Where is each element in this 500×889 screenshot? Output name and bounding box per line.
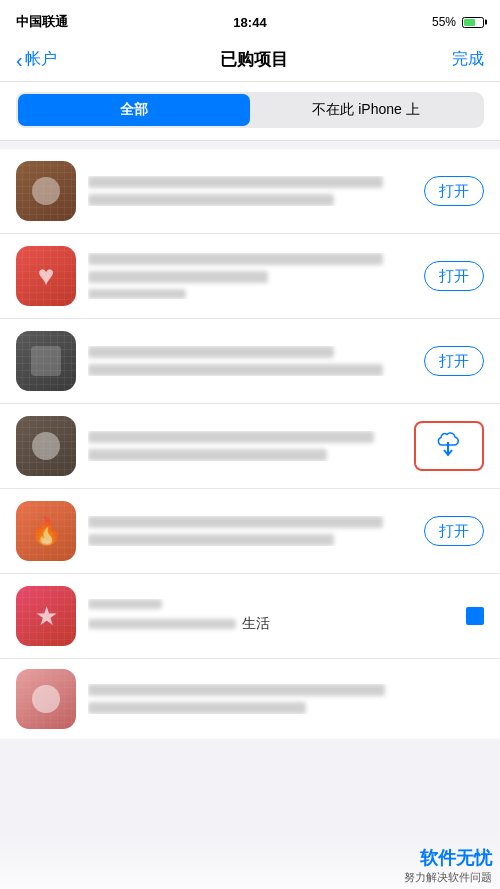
app-desc-blur bbox=[88, 449, 327, 461]
status-bar: 中国联通 18:44 55% bbox=[0, 0, 500, 40]
page-title: 已购项目 bbox=[220, 48, 288, 71]
battery-status: 55% bbox=[432, 15, 484, 29]
app-info-4 bbox=[88, 431, 406, 461]
app-name-blur bbox=[88, 176, 383, 188]
app-name-blur bbox=[88, 431, 374, 443]
app-desc-blur bbox=[88, 619, 236, 629]
time-label: 18:44 bbox=[233, 15, 266, 30]
app-extra-text: 生活 bbox=[242, 615, 270, 633]
app-icon-7 bbox=[16, 669, 76, 729]
app-name-blur bbox=[88, 516, 383, 528]
app-name-blur bbox=[88, 346, 334, 358]
app-name-blur bbox=[88, 253, 383, 265]
segment-not-on-device[interactable]: 不在此 iPhone 上 bbox=[250, 94, 482, 126]
app-icon-6: ★ bbox=[16, 586, 76, 646]
list-item: 打开 bbox=[0, 319, 500, 404]
segment-wrapper: 全部 不在此 iPhone 上 bbox=[0, 82, 500, 141]
list-item: ★ 生活 bbox=[0, 574, 500, 659]
app-info-1 bbox=[88, 176, 416, 206]
app-desc-blur bbox=[88, 364, 383, 376]
app-info-5 bbox=[88, 516, 416, 546]
list-item: 打开 bbox=[0, 149, 500, 234]
watermark: 软件无忧 努力解决软件问题 bbox=[0, 829, 500, 889]
list-item: ♥ 打开 bbox=[0, 234, 500, 319]
segment-control: 全部 不在此 iPhone 上 bbox=[16, 92, 484, 128]
list-item bbox=[0, 659, 500, 739]
app-list: 打开 ♥ 打开 打开 bbox=[0, 149, 500, 739]
app-icon-3 bbox=[16, 331, 76, 391]
carrier-label: 中国联通 bbox=[16, 13, 68, 31]
battery-icon bbox=[462, 17, 484, 28]
app-extra-blur bbox=[88, 289, 186, 299]
open-button-5[interactable]: 打开 bbox=[424, 516, 484, 546]
battery-percent-label: 55% bbox=[432, 15, 456, 29]
app-icon-1 bbox=[16, 161, 76, 221]
watermark-subtitle: 努力解决软件问题 bbox=[404, 870, 492, 885]
cloud-download-icon bbox=[434, 432, 464, 460]
app-name-blur bbox=[88, 684, 385, 696]
back-button[interactable]: ‹ 帐户 bbox=[16, 49, 57, 70]
app-desc-blur bbox=[88, 271, 268, 283]
app-desc-blur bbox=[88, 194, 334, 206]
list-item bbox=[0, 404, 500, 489]
open-button-3[interactable]: 打开 bbox=[424, 346, 484, 376]
app-info-3 bbox=[88, 346, 416, 376]
nav-bar: ‹ 帐户 已购项目 完成 bbox=[0, 40, 500, 82]
app-icon-5: 🔥 bbox=[16, 501, 76, 561]
app-desc-blur bbox=[88, 534, 334, 546]
status-square-indicator bbox=[466, 607, 484, 625]
app-icon-4 bbox=[16, 416, 76, 476]
back-label: 帐户 bbox=[25, 49, 57, 70]
app-info-7 bbox=[88, 684, 484, 714]
watermark-title: 软件无忧 bbox=[420, 846, 492, 870]
segment-all[interactable]: 全部 bbox=[18, 94, 250, 126]
open-button-2[interactable]: 打开 bbox=[424, 261, 484, 291]
app-icon-2: ♥ bbox=[16, 246, 76, 306]
download-button[interactable] bbox=[414, 421, 484, 471]
chevron-left-icon: ‹ bbox=[16, 50, 23, 70]
app-info-6: 生活 bbox=[88, 599, 458, 633]
app-name-blur bbox=[88, 599, 162, 609]
done-button[interactable]: 完成 bbox=[452, 49, 484, 70]
list-item: 🔥 打开 bbox=[0, 489, 500, 574]
app-desc-blur bbox=[88, 702, 306, 714]
open-button-1[interactable]: 打开 bbox=[424, 176, 484, 206]
app-info-2 bbox=[88, 253, 416, 299]
